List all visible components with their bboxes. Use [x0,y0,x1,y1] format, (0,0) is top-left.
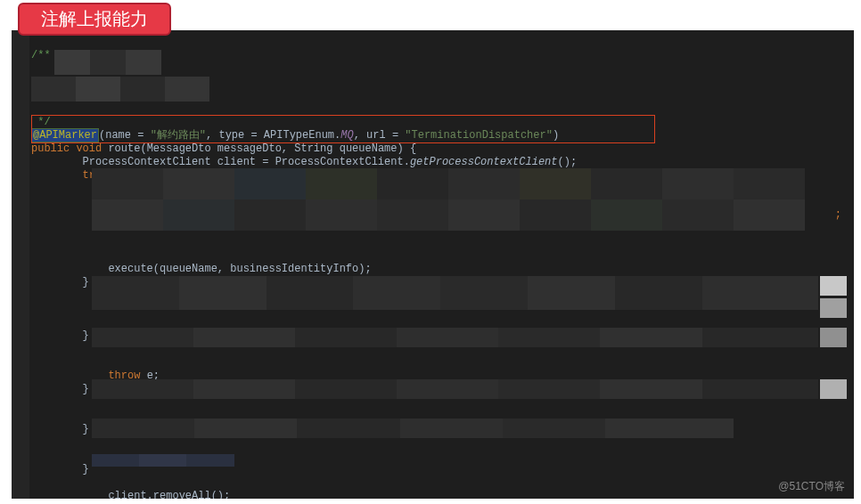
method-params: (MessageDto messageDto, String queueName… [140,142,416,155]
watermark: @51CTO博客 [778,480,845,493]
blur-region [92,454,234,467]
blur-region [54,50,161,75]
blur-region [92,168,805,231]
remove-all-line: client.removeAll(); [31,490,230,499]
side-blur [820,276,847,321]
method-kw: public void [31,142,108,155]
blur-region [92,419,734,438]
comment-line: */ [31,116,51,128]
side-blur [820,379,847,402]
client-line: ProcessContextClient client = ProcessCon… [31,156,577,168]
execute-line: execute(queueName, businessIdentityInfo)… [31,263,372,275]
ann-args: (name = "解约路由", type = APITypeEnum.MQ, u… [99,129,559,142]
code-editor[interactable]: /** */ @APIMarker(name = "解约路由", type = … [12,30,854,499]
side-blur [820,328,847,350]
gutter [12,30,29,499]
comment-line: /** [31,49,51,61]
blur-region [31,77,209,102]
stray-semicolon: ; [835,208,841,222]
method-name: route [108,142,140,155]
brace-close-mid: } [31,463,89,476]
blur-region [92,328,818,347]
blur-region [92,276,818,310]
annotation-highlight: @APIMarker [31,128,99,142]
header-badge: 注解上报能力 [18,3,171,36]
blur-region [92,379,818,399]
